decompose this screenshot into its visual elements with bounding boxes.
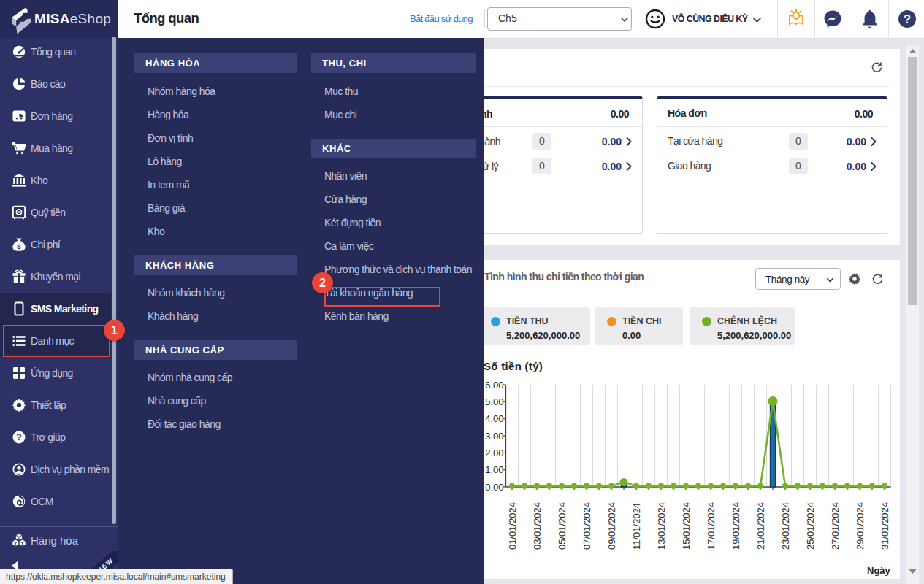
svg-text:?: ? <box>16 432 21 442</box>
svg-text:5.00: 5.00 <box>485 396 503 407</box>
svg-text:05/01/2024: 05/01/2024 <box>557 502 568 550</box>
svg-text:17/01/2024: 17/01/2024 <box>706 502 717 550</box>
svg-text:29/01/2024: 29/01/2024 <box>855 502 866 550</box>
svg-text:11/01/2024: 11/01/2024 <box>631 503 642 550</box>
svg-text:31/01/2024: 31/01/2024 <box>879 502 890 550</box>
svg-text:15/01/2024: 15/01/2024 <box>681 502 692 550</box>
svg-text:07/01/2024: 07/01/2024 <box>581 502 592 550</box>
svg-text:0.00: 0.00 <box>485 482 503 493</box>
svg-text:?: ? <box>904 12 911 26</box>
svg-text:19/01/2024: 19/01/2024 <box>730 502 741 550</box>
svg-text:4.00: 4.00 <box>485 413 503 424</box>
svg-text:3.00: 3.00 <box>485 431 503 442</box>
svg-text:09/01/2024: 09/01/2024 <box>606 502 617 550</box>
svg-text:6.00: 6.00 <box>485 380 503 391</box>
svg-text:27/01/2024: 27/01/2024 <box>830 502 841 550</box>
svg-text:21/01/2024: 21/01/2024 <box>755 502 766 550</box>
svg-text:25/01/2024: 25/01/2024 <box>805 502 816 550</box>
svg-text:01/01/2024: 01/01/2024 <box>507 502 518 550</box>
svg-text:$: $ <box>17 242 21 250</box>
svg-text:23/01/2024: 23/01/2024 <box>780 502 791 550</box>
svg-text:2.00: 2.00 <box>485 447 503 458</box>
svg-text:13/01/2024: 13/01/2024 <box>656 502 667 550</box>
svg-text:03/01/2024: 03/01/2024 <box>532 502 543 550</box>
svg-text:1.00: 1.00 <box>485 464 503 475</box>
